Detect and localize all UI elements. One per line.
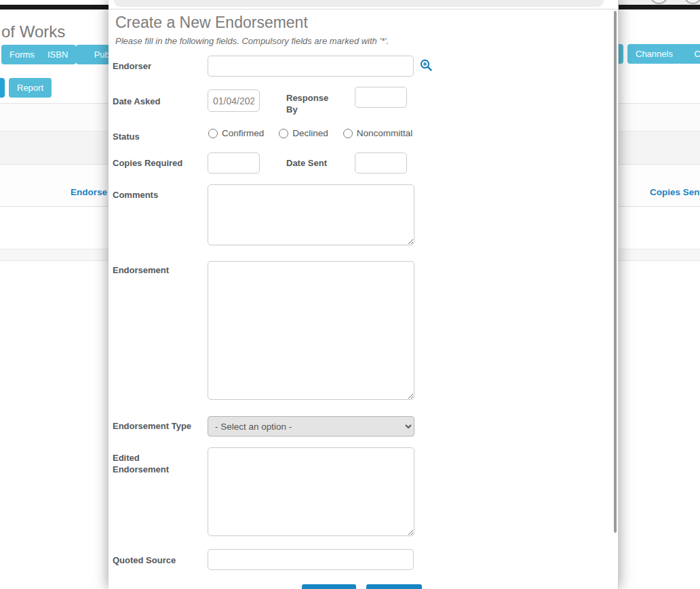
status-radio-declined[interactable] <box>279 129 288 138</box>
report-button[interactable]: Report <box>9 78 52 98</box>
quoted-source-label: Quoted Source <box>113 554 206 566</box>
divider <box>109 9 619 9</box>
modal-action-button-1[interactable] <box>302 584 356 589</box>
column-header-endorsements[interactable]: Endorse <box>71 187 107 197</box>
response-by-input[interactable] <box>355 87 407 108</box>
status-option-label: Noncommittal <box>357 128 413 138</box>
left-edge-button-fragment[interactable] <box>0 78 5 98</box>
endorser-label: Endorser <box>113 60 206 72</box>
modal-action-button-2[interactable] <box>366 584 422 589</box>
modal-subtitle: Please fill in the following fields. Com… <box>115 36 389 46</box>
status-label: Status <box>113 131 206 142</box>
toolbar-button-isbn[interactable]: ISBN <box>39 45 76 64</box>
date-asked-input[interactable] <box>208 89 260 112</box>
date-asked-label: Date Asked <box>113 96 206 107</box>
endorsement-type-label: Endorsement Type <box>113 420 206 432</box>
status-option-label: Confirmed <box>222 128 264 138</box>
date-sent-input[interactable] <box>355 153 407 174</box>
status-radio-confirmed[interactable] <box>208 129 218 138</box>
modal-title: Create a New Endorsement <box>115 14 308 32</box>
zoom-in-search-icon[interactable] <box>420 59 432 71</box>
toolbar-button-customers[interactable]: Cus <box>678 44 700 64</box>
endorsement-type-select[interactable]: - Select an option - <box>208 416 414 436</box>
endorser-input[interactable] <box>208 56 414 77</box>
edited-endorsement-textarea[interactable] <box>208 447 414 536</box>
column-header-copies-sent[interactable]: Copies Sent <box>650 187 700 197</box>
endorsement-textarea[interactable] <box>208 261 414 400</box>
modal-scrolled-header <box>114 0 604 7</box>
status-radio-group: Confirmed Declined Noncommittal <box>208 128 412 138</box>
toolbar-button-channels[interactable]: Channels <box>627 44 681 64</box>
status-option-label: Declined <box>292 128 328 138</box>
quoted-source-input[interactable] <box>208 549 414 570</box>
copies-required-input[interactable] <box>208 153 260 174</box>
page-title: of Works <box>1 22 65 41</box>
modal-scrollbar-thumb[interactable] <box>614 11 617 533</box>
response-by-label: Response By <box>286 92 335 115</box>
endorsement-label: Endorsement <box>113 264 206 276</box>
toolbar-button-forms[interactable]: Forms <box>1 45 43 64</box>
status-radio-noncommittal[interactable] <box>343 129 353 138</box>
comments-label: Comments <box>113 189 206 201</box>
date-sent-label: Date Sent <box>286 157 341 169</box>
create-endorsement-modal: Create a New Endorsement Please fill in … <box>109 0 619 589</box>
copies-required-label: Copies Required <box>113 157 206 169</box>
comments-textarea[interactable] <box>208 184 414 245</box>
edited-endorsement-label: Edited Endorsement <box>113 452 187 475</box>
